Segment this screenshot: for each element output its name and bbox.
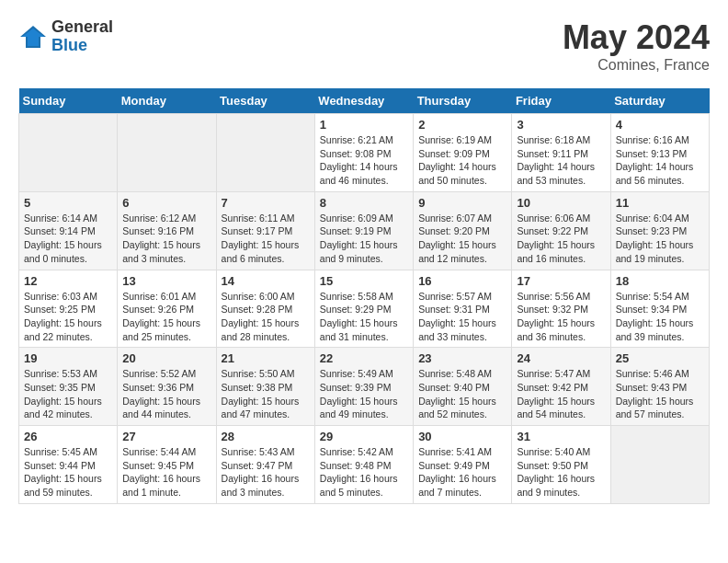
calendar-cell: 17Sunrise: 5:56 AMSunset: 9:32 PMDayligh… [512,270,610,348]
day-number: 14 [222,274,310,288]
subtitle: Comines, France [563,57,710,74]
day-info: Sunrise: 5:43 AMSunset: 9:47 PMDaylight:… [222,445,310,500]
calendar-cell: 26Sunrise: 5:45 AMSunset: 9:44 PMDayligh… [19,426,118,504]
day-info: Sunrise: 5:42 AMSunset: 9:48 PMDaylight:… [320,445,408,500]
calendar-cell: 8Sunrise: 6:09 AMSunset: 9:19 PMDaylight… [314,191,413,270]
day-number: 26 [24,430,112,443]
day-info: Sunrise: 6:04 AMSunset: 9:23 PMDaylight:… [616,212,704,266]
day-number: 12 [24,274,112,288]
calendar-cell: 22Sunrise: 5:49 AMSunset: 9:39 PMDayligh… [314,348,413,426]
day-info: Sunrise: 5:57 AMSunset: 9:31 PMDaylight:… [418,290,506,344]
day-info: Sunrise: 5:52 AMSunset: 9:36 PMDaylight:… [122,367,210,421]
calendar-cell: 7Sunrise: 6:11 AMSunset: 9:17 PMDaylight… [216,191,314,270]
calendar-cell: 2Sunrise: 6:19 AMSunset: 9:09 PMDaylight… [414,114,512,192]
week-row-5: 26Sunrise: 5:45 AMSunset: 9:44 PMDayligh… [19,426,710,504]
calendar-cell: 18Sunrise: 5:54 AMSunset: 9:34 PMDayligh… [610,270,709,348]
calendar-cell: 15Sunrise: 5:58 AMSunset: 9:29 PMDayligh… [314,270,413,348]
calendar-cell [19,114,118,192]
calendar-cell [216,114,314,192]
weekday-header-monday: Monday [118,88,216,114]
weekday-header-friday: Friday [512,88,610,114]
day-info: Sunrise: 5:58 AMSunset: 9:29 PMDaylight:… [320,290,408,344]
calendar-cell: 25Sunrise: 5:46 AMSunset: 9:43 PMDayligh… [610,348,709,426]
day-info: Sunrise: 5:44 AMSunset: 9:45 PMDaylight:… [122,445,210,500]
day-info: Sunrise: 6:07 AMSunset: 9:20 PMDaylight:… [418,212,506,266]
weekday-header-thursday: Thursday [414,88,512,114]
calendar-cell [610,426,709,504]
calendar-cell: 12Sunrise: 6:03 AMSunset: 9:25 PMDayligh… [19,270,118,348]
calendar-cell: 20Sunrise: 5:52 AMSunset: 9:36 PMDayligh… [118,348,216,426]
day-info: Sunrise: 5:46 AMSunset: 9:43 PMDaylight:… [616,367,704,421]
day-info: Sunrise: 6:21 AMSunset: 9:08 PMDaylight:… [320,133,408,188]
weekday-header-saturday: Saturday [610,88,709,114]
day-info: Sunrise: 6:00 AMSunset: 9:28 PMDaylight:… [222,290,310,344]
weekday-header-wednesday: Wednesday [314,88,413,114]
logo-general: General [51,18,113,37]
calendar-cell: 10Sunrise: 6:06 AMSunset: 9:22 PMDayligh… [512,191,610,270]
calendar-cell: 19Sunrise: 5:53 AMSunset: 9:35 PMDayligh… [19,348,118,426]
day-number: 23 [418,351,506,365]
title-block: May 2024 Comines, France [563,18,710,74]
day-info: Sunrise: 5:49 AMSunset: 9:39 PMDaylight:… [320,367,408,421]
day-number: 18 [616,274,704,288]
day-info: Sunrise: 6:01 AMSunset: 9:26 PMDaylight:… [122,290,210,344]
week-row-3: 12Sunrise: 6:03 AMSunset: 9:25 PMDayligh… [19,270,710,348]
day-info: Sunrise: 6:19 AMSunset: 9:09 PMDaylight:… [418,133,506,188]
calendar-cell: 23Sunrise: 5:48 AMSunset: 9:40 PMDayligh… [414,348,512,426]
day-number: 25 [616,351,704,365]
calendar-cell [118,114,216,192]
calendar-cell: 24Sunrise: 5:47 AMSunset: 9:42 PMDayligh… [512,348,610,426]
calendar-cell: 6Sunrise: 6:12 AMSunset: 9:16 PMDaylight… [118,191,216,270]
day-info: Sunrise: 6:06 AMSunset: 9:22 PMDaylight:… [517,212,605,266]
week-row-1: 1Sunrise: 6:21 AMSunset: 9:08 PMDaylight… [19,114,710,192]
day-number: 5 [24,196,112,210]
day-number: 13 [122,274,210,288]
day-number: 29 [320,430,408,443]
svg-marker-1 [22,29,44,46]
day-number: 11 [616,196,704,210]
calendar-cell: 9Sunrise: 6:07 AMSunset: 9:20 PMDaylight… [414,191,512,270]
day-info: Sunrise: 5:45 AMSunset: 9:44 PMDaylight:… [24,445,112,500]
day-number: 21 [222,351,310,365]
calendar-cell: 5Sunrise: 6:14 AMSunset: 9:14 PMDaylight… [19,191,118,270]
day-number: 17 [517,274,605,288]
day-info: Sunrise: 6:09 AMSunset: 9:19 PMDaylight:… [320,212,408,266]
day-info: Sunrise: 6:03 AMSunset: 9:25 PMDaylight:… [24,290,112,344]
calendar-cell: 27Sunrise: 5:44 AMSunset: 9:45 PMDayligh… [118,426,216,504]
day-number: 1 [320,118,408,132]
calendar-cell: 30Sunrise: 5:41 AMSunset: 9:49 PMDayligh… [414,426,512,504]
weekday-header-sunday: Sunday [19,88,118,114]
day-info: Sunrise: 6:12 AMSunset: 9:16 PMDaylight:… [122,212,210,266]
day-number: 7 [222,196,310,210]
day-info: Sunrise: 5:53 AMSunset: 9:35 PMDaylight:… [24,367,112,421]
day-info: Sunrise: 5:41 AMSunset: 9:49 PMDaylight:… [418,445,506,500]
page-header: General Blue May 2024 Comines, France [18,18,710,74]
day-number: 10 [517,196,605,210]
calendar-cell: 4Sunrise: 6:16 AMSunset: 9:13 PMDaylight… [610,114,709,192]
day-info: Sunrise: 6:11 AMSunset: 9:17 PMDaylight:… [222,212,310,266]
calendar-cell: 28Sunrise: 5:43 AMSunset: 9:47 PMDayligh… [216,426,314,504]
day-info: Sunrise: 5:54 AMSunset: 9:34 PMDaylight:… [616,290,704,344]
calendar-cell: 13Sunrise: 6:01 AMSunset: 9:26 PMDayligh… [118,270,216,348]
day-number: 9 [418,196,506,210]
main-title: May 2024 [563,18,710,57]
day-number: 15 [320,274,408,288]
day-info: Sunrise: 5:48 AMSunset: 9:40 PMDaylight:… [418,367,506,421]
day-number: 22 [320,351,408,365]
week-row-4: 19Sunrise: 5:53 AMSunset: 9:35 PMDayligh… [19,348,710,426]
day-info: Sunrise: 6:16 AMSunset: 9:13 PMDaylight:… [616,133,704,188]
logo-blue: Blue [51,37,113,55]
calendar-cell: 31Sunrise: 5:40 AMSunset: 9:50 PMDayligh… [512,426,610,504]
day-info: Sunrise: 5:40 AMSunset: 9:50 PMDaylight:… [517,445,605,500]
day-number: 28 [222,430,310,443]
weekday-header-tuesday: Tuesday [216,88,314,114]
day-number: 2 [418,118,506,132]
calendar-cell: 16Sunrise: 5:57 AMSunset: 9:31 PMDayligh… [414,270,512,348]
header-row: SundayMondayTuesdayWednesdayThursdayFrid… [19,88,710,114]
calendar-table: SundayMondayTuesdayWednesdayThursdayFrid… [18,88,710,504]
day-number: 24 [517,351,605,365]
day-number: 27 [122,430,210,443]
calendar-cell: 3Sunrise: 6:18 AMSunset: 9:11 PMDaylight… [512,114,610,192]
day-info: Sunrise: 6:18 AMSunset: 9:11 PMDaylight:… [517,133,605,188]
calendar-cell: 14Sunrise: 6:00 AMSunset: 9:28 PMDayligh… [216,270,314,348]
